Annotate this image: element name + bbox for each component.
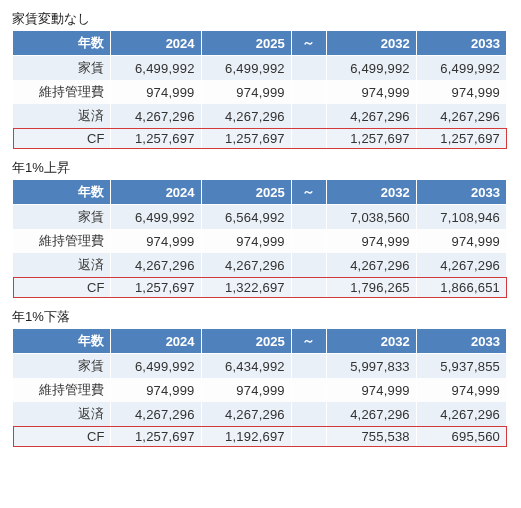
- scenario-block-up-1pct: 年1%上昇 年数 2024 2025 ～ 2032 2033 家賃6,499,9…: [12, 159, 509, 298]
- col-2025: 2025: [201, 180, 291, 205]
- row-maint: 維持管理費974,999974,999974,999974,999: [13, 229, 507, 253]
- col-2032: 2032: [326, 329, 416, 354]
- col-2024: 2024: [111, 180, 201, 205]
- col-2024: 2024: [111, 329, 201, 354]
- cf-table: 年数 2024 2025 ～ 2032 2033 家賃6,499,9926,49…: [12, 30, 507, 149]
- row-repay: 返済4,267,2964,267,2964,267,2964,267,296: [13, 104, 507, 128]
- row-cf: CF1,257,6971,257,6971,257,6971,257,697: [13, 128, 507, 149]
- row-maint: 維持管理費974,999974,999974,999974,999: [13, 378, 507, 402]
- scenario-title: 家賃変動なし: [12, 10, 509, 28]
- col-year-label: 年数: [13, 329, 111, 354]
- scenario-block-no-change: 家賃変動なし 年数 2024 2025 ～ 2032 2033 家賃6,499,…: [12, 10, 509, 149]
- col-gap: ～: [291, 180, 326, 205]
- col-2032: 2032: [326, 31, 416, 56]
- row-rent: 家賃6,499,9926,499,9926,499,9926,499,992: [13, 56, 507, 81]
- row-label: 返済: [13, 104, 111, 128]
- col-2033: 2033: [416, 31, 506, 56]
- col-2025: 2025: [201, 31, 291, 56]
- col-year-label: 年数: [13, 180, 111, 205]
- row-cf: CF1,257,6971,322,6971,796,2651,866,651: [13, 277, 507, 298]
- row-rent: 家賃6,499,9926,564,9927,038,5607,108,946: [13, 205, 507, 230]
- row-repay: 返済4,267,2964,267,2964,267,2964,267,296: [13, 402, 507, 426]
- header-row: 年数 2024 2025 ～ 2032 2033: [13, 180, 507, 205]
- col-2024: 2024: [111, 31, 201, 56]
- col-year-label: 年数: [13, 31, 111, 56]
- header-row: 年数 2024 2025 ～ 2032 2033: [13, 31, 507, 56]
- header-row: 年数 2024 2025 ～ 2032 2033: [13, 329, 507, 354]
- row-maint: 維持管理費974,999974,999974,999974,999: [13, 80, 507, 104]
- row-cf: CF1,257,6971,192,697755,538695,560: [13, 426, 507, 447]
- row-label: 維持管理費: [13, 80, 111, 104]
- col-gap: ～: [291, 329, 326, 354]
- scenario-title: 年1%上昇: [12, 159, 509, 177]
- col-2025: 2025: [201, 329, 291, 354]
- col-2032: 2032: [326, 180, 416, 205]
- col-2033: 2033: [416, 180, 506, 205]
- col-2033: 2033: [416, 329, 506, 354]
- col-gap: ～: [291, 31, 326, 56]
- scenario-title: 年1%下落: [12, 308, 509, 326]
- scenario-block-down-1pct: 年1%下落 年数 2024 2025 ～ 2032 2033 家賃6,499,9…: [12, 308, 509, 447]
- row-label: CF: [13, 128, 111, 149]
- row-label: 家賃: [13, 56, 111, 81]
- row-rent: 家賃6,499,9926,434,9925,997,8335,937,855: [13, 354, 507, 379]
- cf-table: 年数 2024 2025 ～ 2032 2033 家賃6,499,9926,56…: [12, 179, 507, 298]
- cf-table: 年数 2024 2025 ～ 2032 2033 家賃6,499,9926,43…: [12, 328, 507, 447]
- row-repay: 返済4,267,2964,267,2964,267,2964,267,296: [13, 253, 507, 277]
